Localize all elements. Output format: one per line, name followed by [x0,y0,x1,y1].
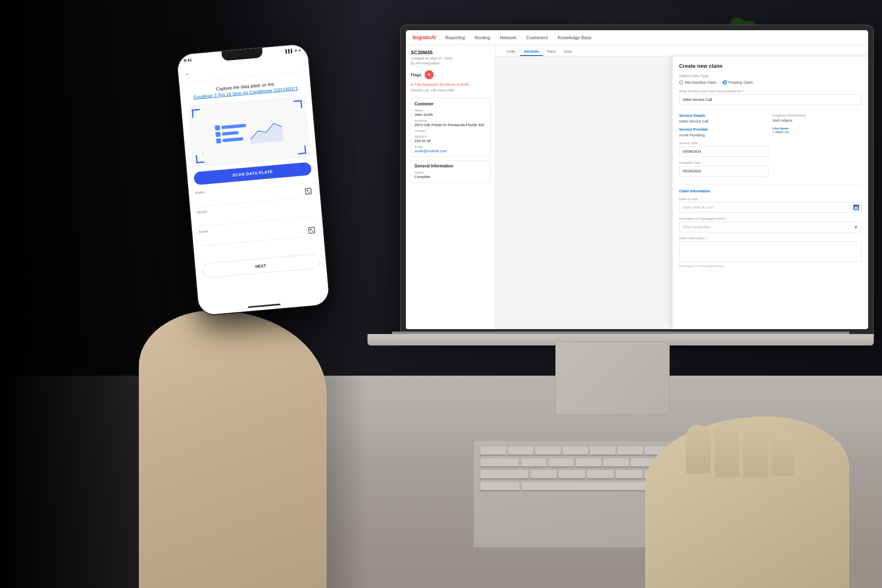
address-value: 2973 Oak Pointe Dr Pensacola Florida 325 [414,123,487,127]
contact-label: Contact [414,129,487,133]
tab-order[interactable]: Order [502,48,520,56]
merchandise-radio[interactable] [679,80,683,85]
general-section-title: General Information [414,164,487,168]
qr-icon-serial[interactable] [308,227,315,234]
nav-routing[interactable]: Routing [474,35,490,40]
line-items-field: Line Items 1 Water He... [773,127,862,134]
complete-date-input[interactable]: 05/26/2024 [679,166,768,176]
provider-block: Service Provider Acme Plumbing [679,127,768,137]
name-label: Name [414,109,487,112]
hand-left [139,310,327,588]
order-by: by API Integration [411,61,490,65]
merchandise-claim-option[interactable]: Merchandise Claim [679,80,716,85]
line-items-label: Line Items [773,127,862,130]
customer-section-title: Customer [414,102,487,106]
provider-title: Service Provider [679,127,768,131]
qr-icon-make[interactable] [305,188,312,195]
date-of-loss-input[interactable]: Enter Date of Loss [679,202,862,213]
scanner-corner-tl [192,109,200,118]
mobile-label: MOBILE [414,135,487,138]
tab-docs[interactable]: Docs [560,48,577,56]
phone-signal: ▌▌▌ ⊕ ● [285,48,301,53]
service-details-value: Initial Service Call [679,119,768,123]
technician-value: Josh Adams [773,118,862,122]
divider-1 [679,109,862,109]
modal-title: Create new claim [679,63,862,69]
chevron-down-icon: ▼ [854,225,858,229]
complete-date-field: Complete Date 05/26/2024 [679,161,768,176]
general-info-section: General Information Status Complete [411,160,490,183]
nav-knowledge-base[interactable]: Knowledge Base [558,35,592,40]
tab-services[interactable]: Services [520,48,543,56]
name-value: John Smith [414,113,487,117]
claim-info-section: Claim Information [679,189,862,193]
phone-time: 9:41 [183,57,192,62]
email-label: Email [414,145,487,149]
service-field: What Service is the Claim being settled … [679,89,862,105]
order-created: Created on May 07, 2024 [411,56,490,60]
merchandise-label: Merchandise Claim [685,80,716,85]
technician-label: Assigned Technician(s) [773,114,862,117]
location-label: LendStar [414,119,487,122]
phone-device: 9:41 ▌▌▌ ⊕ ● ← Capture the data plate on… [177,44,330,315]
customer-section: Customer Name John Smith LendStar 2973 O… [411,98,490,157]
provider-value: Acme Plumbing [679,133,768,137]
details-grid: Service Details Initial Service Call Ser… [679,114,862,180]
properties-select[interactable]: Select properties ▼ [679,222,862,232]
laptop-screen: llogistixAI Reporting Routing Network Cu… [400,24,874,335]
phone-app-content: Capture the data plate on the Goodman 3 … [179,71,327,283]
flag-badge[interactable]: + [425,70,434,79]
nav-reporting[interactable]: Reporting [445,35,465,40]
status-value: Complete [414,175,487,179]
laptop: llogistixAI Reporting Routing Network Cu… [368,24,882,384]
back-icon[interactable]: ← [185,70,191,77]
service-date-label: Service Date [679,141,768,145]
app-content: SC30M45 Created on May 07, 2024 by API I… [406,45,868,329]
right-panel: Order Services Parts Docs Create new cla… [496,45,868,329]
divider-2 [679,185,862,185]
claim-info-label-field: Claim Information * Description of Damag… [679,236,862,268]
claim-modal: Create new claim Select Claim Type Merch… [672,56,868,329]
svg-marker-0 [249,122,283,144]
property-label: Property Claim [728,80,753,85]
email-value[interactable]: smith@outlook.com [414,149,487,153]
scanner-corner-bl [196,154,205,163]
damage-placeholder: Description of Damage/Incident [679,264,862,268]
priority-label: Priority List: HEA/Sev 2/etc [411,88,490,92]
scanner-linechart [249,116,283,144]
mobile-value: 150 91-95 [414,139,487,143]
claim-info-required-label: Claim Information * [679,236,862,240]
service-date-input[interactable]: 05/08/2024 [679,146,768,157]
scanner-area [188,96,310,167]
flags-label: Flags [411,73,421,77]
nav-network[interactable]: Network [500,35,516,40]
left-panel: SC30M45 Created on May 07, 2024 by API I… [406,45,496,329]
claim-info-title: Claim Information [679,189,862,193]
scanner-corner-tr [294,100,303,109]
service-input[interactable]: Initial Service Call [679,94,862,105]
order-id: SC30M45 [411,50,490,56]
service-date-field: Service Date 05/08/2024 [679,141,768,157]
nav-customers[interactable]: Customers [526,35,548,40]
description-label: Description of Damage/Incident * [679,217,862,220]
technician-field: Assigned Technician(s) Josh Adams [773,114,862,122]
complete-date-label: Complete Date [679,161,768,165]
damage-description-textarea[interactable] [679,241,862,262]
calendar-icon[interactable]: 📅 [853,205,859,210]
service-details-block: Service Details Initial Service Call [679,114,768,123]
claim-type-label: Select Claim Type [679,74,862,78]
tab-parts[interactable]: Parts [543,48,560,56]
right-details: Assigned Technician(s) Josh Adams Line I… [773,114,862,180]
left-details: Service Details Initial Service Call Ser… [679,114,768,180]
property-radio[interactable] [723,80,727,85]
service-details-title: Service Details [679,114,768,118]
scanner-corner-br [297,145,306,154]
laptop-trackpad [555,341,670,415]
property-claim-option[interactable]: Property Claim [723,80,753,85]
app-logo: llogistixAI [412,34,436,40]
date-of-loss-label: Date of Loss [679,197,862,201]
service-label: What Service is the Claim being settled … [679,89,862,93]
phone-screen: 9:41 ▌▌▌ ⊕ ● ← Capture the data plate on… [177,44,330,315]
part-required: Part Required: 90 Pieces to Build [411,82,490,87]
app-navigation: llogistixAI Reporting Routing Network Cu… [406,30,868,45]
